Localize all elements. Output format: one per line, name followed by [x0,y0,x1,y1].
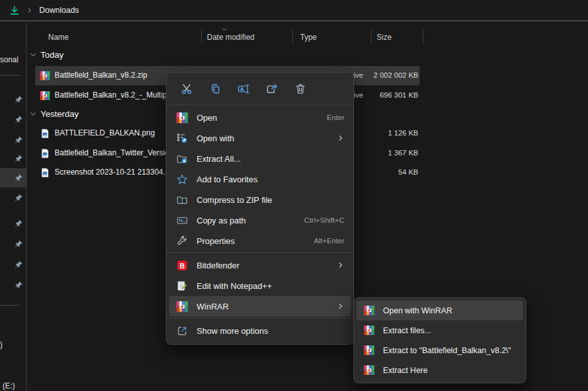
file-name: Battlefield_Balkan_Twitter_Version [55,148,174,157]
pin-icon[interactable] [14,115,23,124]
share-icon [265,82,279,96]
file-name: Battlefield_Balkan_v8.2_-_Multipla [55,91,173,100]
menu-separator [166,105,353,105]
submenu-item-extract-files[interactable]: Extract files... [357,320,523,340]
shortcut-label: Alt+Enter [314,237,344,245]
submenu-item-label: Open with WinRAR [383,306,452,315]
winrar-icon [362,364,375,377]
sidebar-separator [0,75,19,76]
menu-item-label: Show more options [197,326,268,336]
breadcrumb-label: Downloads [39,6,79,15]
delete-button[interactable] [289,79,312,100]
column-header-type[interactable]: Type [300,33,317,42]
group-label: Today [40,50,64,60]
column-header-date[interactable]: Date modified [207,33,254,42]
submenu-item-extract-to-folder[interactable]: Extract to "Battlefield_Balkan_v8.2\" [357,340,523,360]
sidebar-item-personal[interactable]: sonal [0,55,19,64]
menu-item-label: Compress to ZIP file [197,195,272,205]
bitdefender-icon [175,259,188,272]
menu-item-open-with[interactable]: Open with [169,128,351,148]
star-icon [175,173,188,186]
menu-item-copy-as-path[interactable]: Copy as path Ctrl+Shift+C [169,210,351,230]
menu-item-label: Add to Favorites [197,175,258,184]
column-header-name[interactable]: Name [48,33,69,42]
navigation-sidebar: sonal ) (E:) [0,22,26,391]
pin-icon[interactable] [14,135,23,144]
winrar-archive-icon [175,111,188,124]
submenu-item-label: Extract files... [383,326,431,335]
copy-icon [209,82,222,96]
notepadpp-icon [175,279,188,292]
sidebar-item-drive[interactable]: ) [0,340,3,349]
file-size: 2 002 002 KB [373,71,418,79]
group-header-yesterday[interactable]: Yesterday [30,109,79,119]
pin-icon[interactable] [14,260,23,269]
pin-icon[interactable] [14,219,23,228]
group-header-today[interactable]: Today [30,50,64,60]
column-divider[interactable] [292,30,293,44]
quick-actions-row [166,74,353,103]
menu-separator [166,252,353,253]
submenu-item-open-with-winrar[interactable]: Open with WinRAR [357,300,523,320]
sort-ascending-icon [221,27,227,32]
submenu-item-extract-here[interactable]: Extract Here [357,360,523,380]
file-size: 696 301 KB [380,91,418,99]
winrar-icon [362,324,375,337]
menu-item-add-to-favorites[interactable]: Add to Favorites [169,169,351,189]
menu-item-label: Edit with Notepad++ [197,281,272,291]
menu-item-properties[interactable]: Properties Alt+Enter [169,230,351,251]
pin-icon[interactable] [14,95,23,104]
menu-item-show-more-options[interactable]: Show more options [169,320,351,341]
menu-item-compress-to-zip[interactable]: Compress to ZIP file [169,189,351,210]
pin-icon[interactable] [14,154,23,163]
downloads-folder-icon [9,5,20,16]
pin-icon[interactable] [14,281,23,290]
column-divider[interactable] [371,30,371,44]
winrar-archive-icon [40,91,50,101]
pin-icon[interactable] [14,193,23,202]
file-name: Screenshot 2023-10-21 213304.png [55,168,178,177]
png-image-icon [40,128,50,139]
menu-item-open[interactable]: Open Enter [169,107,351,128]
rename-button[interactable] [232,79,255,100]
file-size: 54 KB [398,168,418,176]
submenu-item-label: Extract to "Battlefield_Balkan_v8.2\" [383,346,511,355]
menu-item-label: Extract All... [197,154,241,164]
winrar-icon [362,304,375,317]
shortcut-label: Enter [327,114,345,121]
menu-item-winrar[interactable]: WinRAR [169,296,351,317]
delete-icon [294,82,307,96]
menu-item-bitdefender[interactable]: Bitdefender [169,255,351,275]
open-with-icon [175,132,188,144]
sidebar-separator [0,305,19,306]
share-button[interactable] [260,79,283,100]
column-header-size[interactable]: Size [377,33,391,42]
copy-button[interactable] [204,79,227,100]
menu-item-extract-all[interactable]: Extract All... [169,148,351,169]
file-size: 1 367 KB [388,149,418,157]
column-divider[interactable] [201,30,202,44]
sidebar-divider [26,22,27,391]
context-menu: Open Enter Open with Extract All... Add … [166,72,354,345]
chevron-down-icon [30,51,37,58]
menu-item-label: Properties [197,236,235,246]
cut-button[interactable] [175,79,199,100]
pin-icon[interactable] [14,239,23,248]
winrar-icon [175,300,188,313]
copy-as-path-icon [175,214,188,227]
menu-item-edit-with-notepadpp[interactable]: Edit with Notepad++ [169,275,351,296]
sidebar-item-drive-e[interactable]: (E:) [3,381,15,390]
file-name: Battlefield_Balkan_v8.2.zip [55,71,147,80]
chevron-right-icon [337,302,344,310]
wrench-icon [175,234,188,247]
png-image-icon [40,168,50,178]
shortcut-label: Ctrl+Shift+C [304,216,344,224]
column-divider[interactable] [423,30,423,44]
chevron-right-icon [26,7,33,13]
pin-icon[interactable] [14,173,23,182]
winrar-icon [362,344,375,357]
breadcrumb[interactable]: Downloads [0,5,79,16]
png-image-icon [40,148,50,159]
extract-all-icon [175,152,188,165]
chevron-right-icon [337,261,344,269]
